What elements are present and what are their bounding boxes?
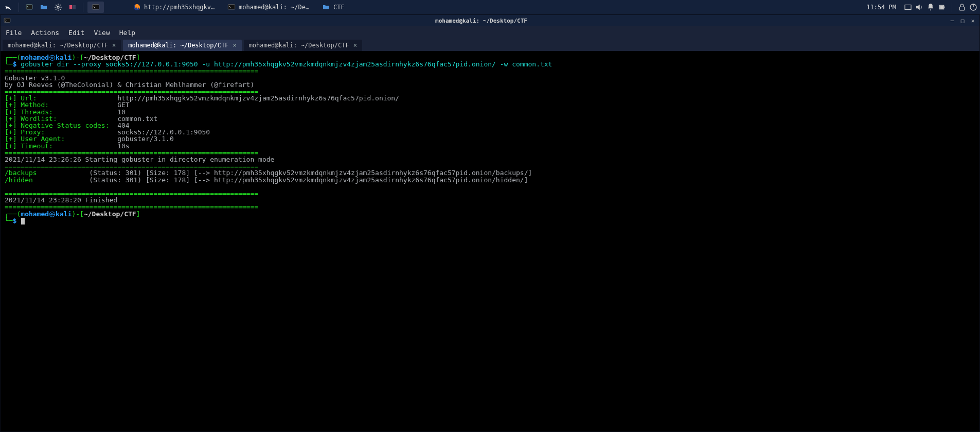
terminal-viewport[interactable]: ┌──(mohamed㉿kali)-[~/Desktop/CTF]└─$ gob… <box>1 51 979 431</box>
taskbar-item-label: http://pmh35xhqgkv52v... <box>144 4 217 11</box>
lock-icon[interactable] <box>957 2 967 13</box>
svg-rect-12 <box>960 7 965 10</box>
terminal-tab[interactable]: mohamed@kali: ~/Desktop/CTF × <box>3 40 121 51</box>
notification-icon[interactable] <box>926 2 935 13</box>
taskbar-item-terminal-active[interactable] <box>87 2 104 13</box>
taskbar-item-files[interactable]: CTF <box>318 2 349 13</box>
window-title: mohamed@kali: ~/Desktop/CTF <box>14 18 949 24</box>
terminal-tab[interactable]: mohamed@kali: ~/Desktop/CTF × <box>244 40 362 51</box>
svg-rect-3 <box>73 5 76 9</box>
taskbar-clock[interactable]: 11:54 PM <box>861 4 901 11</box>
tab-close-icon[interactable]: × <box>353 42 357 49</box>
svg-rect-10 <box>944 7 945 8</box>
terminal-icon <box>92 3 100 11</box>
terminal-tab-label: mohamed@kali: ~/Desktop/CTF <box>249 42 349 49</box>
terminal-window: mohamed@kali: ~/Desktop/CTF ─ □ ✕ File A… <box>0 14 980 432</box>
terminal-app-icon <box>4 17 11 24</box>
taskbar-item-label: CTF <box>333 4 345 11</box>
settings-launcher-icon[interactable] <box>52 2 64 13</box>
menu-actions[interactable]: Actions <box>31 29 59 37</box>
window-titlebar[interactable]: mohamed@kali: ~/Desktop/CTF ─ □ ✕ <box>1 15 979 26</box>
window-menubar: File Actions Edit View Help <box>1 26 979 39</box>
taskbar-item-label: mohamed@kali: ~/Desk... <box>239 4 312 11</box>
svg-rect-6 <box>228 5 235 9</box>
svg-point-1 <box>57 6 59 8</box>
menu-help[interactable]: Help <box>119 29 135 37</box>
firefox-icon <box>133 3 141 11</box>
battery-icon[interactable] <box>937 2 947 13</box>
taskbar-tray: 11:54 PM <box>861 2 978 13</box>
terminal-tabbar: mohamed@kali: ~/Desktop/CTF × mohamed@ka… <box>1 39 979 51</box>
tab-close-icon[interactable]: × <box>233 42 236 49</box>
window-minimize-button[interactable]: ─ <box>949 17 956 24</box>
taskbar-item-terminal[interactable]: mohamed@kali: ~/Desk... <box>223 2 316 13</box>
svg-rect-11 <box>940 6 943 9</box>
power-icon[interactable] <box>969 2 978 13</box>
svg-rect-4 <box>92 5 99 9</box>
menu-view[interactable]: View <box>94 29 110 37</box>
terminal-launcher-icon[interactable] <box>23 2 35 13</box>
terminal-tab-label: mohamed@kali: ~/Desktop/CTF <box>8 42 108 49</box>
kali-menu-icon[interactable] <box>2 2 14 13</box>
taskbar-launchers: http://pmh35xhqgkv52v... mohamed@kali: ~… <box>2 2 349 13</box>
svg-rect-7 <box>905 5 911 10</box>
folder-icon <box>322 3 330 11</box>
files-launcher-icon[interactable] <box>38 2 50 13</box>
menu-file[interactable]: File <box>6 29 22 37</box>
window-maximize-button[interactable]: □ <box>959 17 966 24</box>
terminal-tab[interactable]: mohamed@kali: ~/Desktop/CTF × <box>123 40 241 51</box>
workspace-switcher-icon[interactable] <box>66 2 79 13</box>
volume-icon[interactable] <box>915 2 924 13</box>
svg-rect-0 <box>26 5 32 9</box>
desktop-taskbar: http://pmh35xhqgkv52v... mohamed@kali: ~… <box>0 0 980 14</box>
window-close-button[interactable]: ✕ <box>969 17 976 24</box>
menu-edit[interactable]: Edit <box>68 29 84 37</box>
svg-point-8 <box>930 9 931 10</box>
svg-rect-2 <box>69 5 72 9</box>
workspace-tray-icon[interactable] <box>903 2 913 13</box>
svg-rect-15 <box>4 18 10 22</box>
tab-close-icon[interactable]: × <box>112 42 116 49</box>
terminal-icon <box>227 3 236 11</box>
taskbar-item-firefox[interactable]: http://pmh35xhqgkv52v... <box>129 2 221 13</box>
terminal-tab-label: mohamed@kali: ~/Desktop/CTF <box>128 42 228 49</box>
